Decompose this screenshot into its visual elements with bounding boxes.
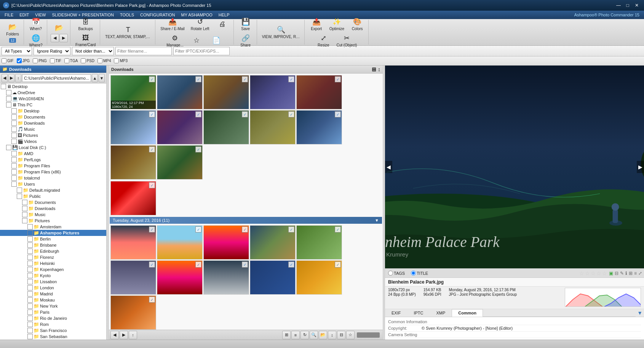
png-checkbox-label[interactable]: PNG (33, 58, 47, 63)
sidebar-item-music[interactable]: 📁Music (0, 212, 106, 218)
tree-checkbox[interactable] (27, 303, 33, 309)
tree-checkbox[interactable] (11, 169, 17, 175)
tree-checkbox[interactable] (27, 261, 33, 266)
tree-checkbox[interactable] (1, 84, 6, 89)
table-row[interactable]: ✓ (296, 260, 342, 295)
tree-checkbox[interactable] (11, 120, 17, 126)
mp4-checkbox[interactable] (97, 58, 102, 63)
sidebar-item-program-files[interactable]: 📁Program Files (0, 163, 106, 169)
rating-dropdown[interactable]: Ignore Rating (34, 47, 70, 55)
sidebar-item-users[interactable]: 📁Users (0, 181, 106, 187)
thumb-checkbox[interactable]: ✓ (335, 111, 341, 117)
sidebar-item-downloads[interactable]: 📁Downloads (0, 120, 106, 126)
tree-checkbox[interactable] (17, 194, 22, 199)
when-button[interactable]: 📅 When? (26, 16, 45, 32)
table-row[interactable]: ✓ (110, 260, 156, 295)
table-row[interactable]: ✓ (157, 260, 203, 295)
sidebar-item-totalcmd[interactable]: 📁totalcmd (0, 175, 106, 181)
mp3-checkbox[interactable] (114, 58, 119, 63)
table-row[interactable]: ✓ (250, 225, 296, 260)
psd-checkbox[interactable] (81, 58, 86, 63)
table-row[interactable]: ✓ 8/29/2016, 12:17 PM1080x720, 24 (110, 75, 156, 109)
fp-zoom-in[interactable]: 🔍 (310, 331, 318, 339)
star-1[interactable]: ☆ (579, 270, 584, 276)
tree-checkbox[interactable] (27, 267, 33, 272)
star-4[interactable]: ☆ (596, 270, 601, 276)
resize-button[interactable]: ⤢ Resize (314, 33, 333, 48)
sidebar-item-ashampoo-pictures[interactable]: 📁Ashampoo Pictures (0, 230, 106, 236)
tga-checkbox-label[interactable]: TGA (64, 58, 78, 63)
table-row[interactable]: ✓ (110, 110, 156, 144)
thumb-checkbox[interactable]: ✓ (242, 226, 248, 233)
fp-view2[interactable]: ≡ (291, 331, 300, 339)
export-button[interactable]: 📤 Export (307, 16, 326, 32)
thumb-checkbox[interactable]: ✓ (288, 111, 294, 117)
exif-tab-common[interactable]: Common (452, 309, 483, 317)
tree-checkbox[interactable] (27, 273, 33, 278)
sort-button[interactable]: ↕ (378, 66, 380, 72)
fp-folder-open[interactable]: 📂 (319, 331, 327, 339)
rotate-button[interactable]: ↺ Rotate Left (188, 16, 212, 32)
thumb-checkbox[interactable]: ✓ (335, 261, 341, 268)
gif-checkbox[interactable] (2, 58, 6, 63)
sidebar-item-san-francisco[interactable]: 📁San Francisco (0, 327, 106, 334)
sidebar-item-videos[interactable]: 🎬Videos (0, 138, 106, 144)
tif-checkbox[interactable] (50, 58, 55, 63)
backups-button[interactable]: 🗄 Backups (76, 17, 96, 32)
tree-checkbox[interactable] (27, 291, 33, 297)
minimize-button[interactable]: — (614, 2, 623, 9)
tags-radio[interactable]: TAGS (385, 271, 408, 276)
sidebar-item-new-york[interactable]: 📁New York (0, 303, 106, 309)
table-row[interactable]: ✓ (296, 110, 342, 144)
nav-prev[interactable]: ◀ (51, 34, 59, 42)
mp4-checkbox-label[interactable]: MP4 (97, 58, 111, 63)
exif-tab-exif[interactable]: EXIF (385, 309, 407, 317)
psd-checkbox-label[interactable]: PSD (81, 58, 94, 63)
iptc-filter[interactable] (173, 47, 230, 55)
title-radio[interactable]: TITLE (408, 271, 431, 276)
tree-checkbox[interactable] (27, 255, 33, 260)
view-toggle[interactable]: ⊞ (372, 66, 376, 72)
thumb-checkbox[interactable]: ✓ (242, 76, 248, 82)
table-row[interactable]: ✓ (110, 145, 156, 180)
thumb-checkbox[interactable]: ✓ (195, 76, 201, 82)
thumb-checkbox[interactable]: ✓ (149, 111, 155, 117)
tree-checkbox[interactable] (27, 236, 33, 242)
folders-button[interactable]: 📂 Folders (3, 22, 22, 37)
tree-checkbox[interactable] (22, 206, 27, 211)
cut-button[interactable]: ✂ Cut (Object) (334, 33, 360, 48)
tree-checkbox[interactable] (27, 230, 33, 236)
thumb-checkbox[interactable]: ✓ (335, 226, 341, 233)
file-grid[interactable]: ✓ 8/29/2016, 12:17 PM1080x720, 24 ✓ ✓ ✓ … (109, 74, 383, 330)
sidebar-item-berlin[interactable]: 📁Berlin (0, 236, 106, 242)
sidebar-item-kyoto[interactable]: 📁Kyoto (0, 273, 106, 279)
sidebar-item-paris[interactable]: 📁Paris (0, 309, 106, 315)
tree-checkbox[interactable] (6, 145, 11, 150)
table-row[interactable]: ✓ (203, 260, 249, 295)
thumb-checkbox[interactable]: ✓ (288, 261, 294, 268)
sidebar-item-san-sebastian[interactable]: 📁San Sebastian (0, 334, 106, 340)
table-row[interactable]: ✓ (296, 75, 342, 109)
tree-checkbox[interactable] (6, 90, 11, 95)
star-5[interactable]: ☆ (602, 270, 607, 276)
thumb-checkbox[interactable]: ✓ (288, 76, 294, 82)
sidebar-item-documents[interactable]: 📁Documents (0, 114, 106, 120)
filename-filter[interactable] (115, 47, 172, 55)
exif-tab-xmp[interactable]: XMP (430, 309, 452, 317)
scroll-up[interactable]: ▲ (92, 74, 98, 82)
fp-home[interactable]: ↑ (129, 331, 137, 339)
tree-checkbox[interactable] (27, 242, 33, 248)
thumb-checkbox[interactable]: ✓ (195, 111, 201, 117)
view-improve-button[interactable]: 🔍 VIEW, IMPROVE, REPAIR PHOTO (259, 24, 303, 40)
table-row[interactable]: ✓ (203, 225, 249, 260)
table-row[interactable]: ✓ (157, 145, 203, 180)
png-checkbox[interactable] (33, 58, 38, 63)
sidebar-item-pictures[interactable]: 📁Pictures (0, 218, 106, 224)
save-button[interactable]: 💾 Save (236, 16, 255, 32)
thumb-checkbox[interactable]: ✓ (149, 76, 155, 82)
sidebar-item-perflogs[interactable]: 📁PerfLogs (0, 157, 106, 163)
table-row[interactable]: ✓ (203, 110, 249, 144)
star-3[interactable]: ☆ (591, 270, 596, 276)
sidebar-item-documents[interactable]: 📁Documents (0, 199, 106, 205)
nav-up[interactable]: ↑ (15, 74, 21, 82)
